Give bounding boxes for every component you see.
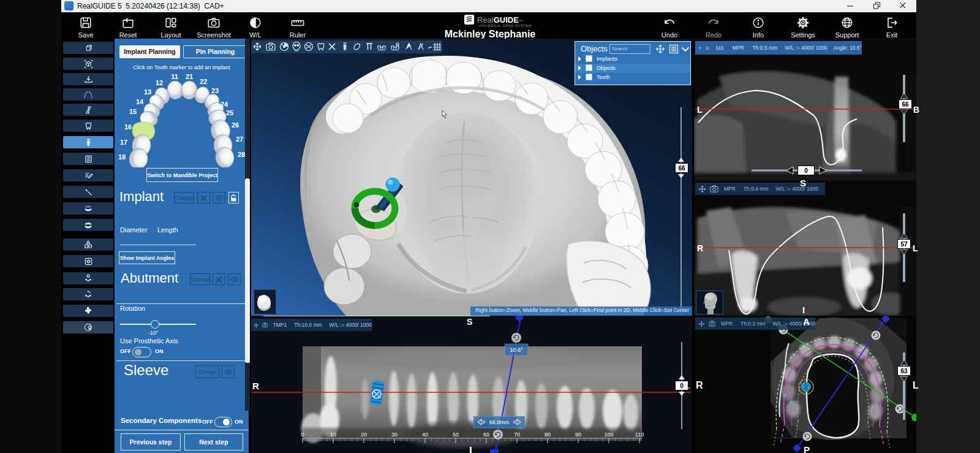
svg-text:60: 60 xyxy=(483,432,489,438)
svg-text:21: 21 xyxy=(186,73,193,80)
svg-text:110: 110 xyxy=(635,432,644,438)
svg-text:40: 40 xyxy=(422,432,428,438)
svg-text:27: 27 xyxy=(236,135,243,143)
svg-text:25: 25 xyxy=(226,109,233,116)
svg-text:90: 90 xyxy=(575,432,581,438)
svg-text:11: 11 xyxy=(171,73,178,80)
svg-text:50: 50 xyxy=(453,432,459,438)
svg-text:23: 23 xyxy=(211,87,219,94)
svg-text:20: 20 xyxy=(361,432,367,438)
svg-text:18: 18 xyxy=(118,153,126,161)
svg-text:14: 14 xyxy=(136,98,144,105)
svg-text:13: 13 xyxy=(144,88,151,96)
svg-text:10.6°: 10.6° xyxy=(510,347,523,353)
svg-text:17: 17 xyxy=(120,139,127,146)
svg-text:0: 0 xyxy=(301,432,304,438)
svg-text:22: 22 xyxy=(200,78,207,85)
svg-text:100: 100 xyxy=(604,432,613,438)
svg-text:28: 28 xyxy=(238,151,245,158)
svg-text:10: 10 xyxy=(330,432,336,438)
svg-text:12: 12 xyxy=(156,79,163,86)
svg-text:26: 26 xyxy=(232,121,239,129)
svg-text:80: 80 xyxy=(545,432,551,438)
svg-text:16: 16 xyxy=(124,123,132,131)
svg-text:24: 24 xyxy=(221,101,228,108)
svg-text:15: 15 xyxy=(129,108,137,115)
svg-text:30: 30 xyxy=(391,432,398,438)
svg-text:70: 70 xyxy=(514,432,520,438)
svg-text:66.0mm: 66.0mm xyxy=(489,419,510,425)
